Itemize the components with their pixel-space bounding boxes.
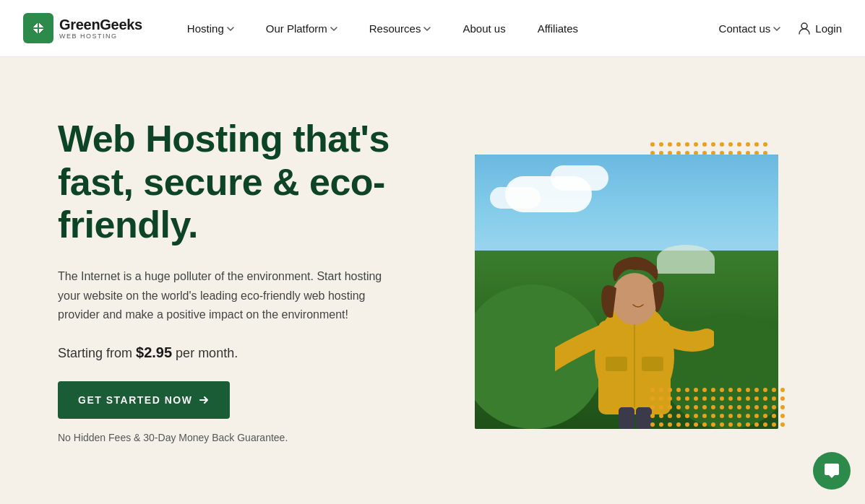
nav-right: Contact us Login [719,22,842,35]
chevron-down-icon [773,25,780,32]
hero-title: Web Hosting that's fast, secure & eco-fr… [58,118,426,247]
guarantee-text: No Hidden Fees & 30-Day Money Back Guara… [58,432,426,443]
navbar: GreenGeeks WEB HOSTING Hosting Our Platf… [0,0,865,57]
logo[interactable]: GreenGeeks WEB HOSTING [23,13,142,43]
nav-item-hosting[interactable]: Hosting [171,0,250,57]
nav-item-our-platform[interactable]: Our Platform [250,0,353,57]
svg-rect-12 [642,357,663,371]
hero-content: Web Hosting that's fast, secure & eco-fr… [58,118,426,444]
get-started-button[interactable]: GET STARTED NOW [58,381,230,419]
dot-pattern-bottom [648,386,793,443]
image-container [475,140,793,422]
nav-item-resources[interactable]: Resources [353,0,447,57]
chevron-down-icon [423,25,431,32]
logo-icon [23,13,53,43]
svg-point-3 [801,23,807,29]
svg-rect-8 [619,407,634,429]
chat-button[interactable] [813,452,851,490]
nav-item-affiliates[interactable]: Affiliates [522,0,594,57]
svg-rect-11 [606,357,627,371]
contact-us-button[interactable]: Contact us [719,22,781,35]
hero-price: Starting from $2.95 per month. [58,344,426,361]
hero-section: Web Hosting that's fast, secure & eco-fr… [0,57,865,504]
chevron-down-icon [227,25,234,32]
chevron-down-icon [330,25,337,32]
arrow-right-icon [198,394,210,406]
user-icon [798,22,811,35]
logo-subtitle: WEB HOSTING [59,33,142,40]
logo-name: GreenGeeks [59,17,142,32]
nav-links: Hosting Our Platform Resources About us … [171,0,719,57]
hero-image-area [426,140,808,422]
nav-item-about-us[interactable]: About us [447,0,521,57]
hero-price-value: $2.95 [136,344,172,360]
svg-point-7 [629,287,647,308]
chat-icon [823,462,840,479]
login-button[interactable]: Login [798,22,842,35]
logo-text: GreenGeeks WEB HOSTING [59,17,142,40]
hero-description: The Internet is a huge polluter of the e… [58,267,405,324]
